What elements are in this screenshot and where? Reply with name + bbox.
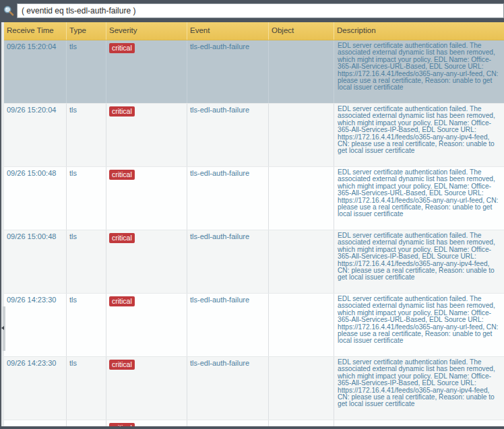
log-row[interactable]: 09/26 15:00:48tlscriticaltls-edl-auth-fa… — [4, 167, 504, 230]
cell-description: EDL server certificate authentication fa… — [334, 40, 504, 103]
log-row[interactable]: 09/26 14:23:30tlscriticaltls-edl-auth-fa… — [4, 357, 504, 420]
cell-type: tls — [66, 294, 106, 356]
column-header-receive-time[interactable]: Receive Time — [4, 22, 66, 40]
cell-receive-time: 09/26 15:20:04 — [4, 104, 66, 166]
cell-description: EDL server certificate authentication fa… — [334, 167, 504, 230]
cell-severity: critical — [106, 294, 187, 356]
cell-type: tls — [66, 40, 106, 103]
cell-description: EDL server certificate authentication fa… — [334, 104, 504, 166]
filter-bar — [0, 0, 504, 22]
log-viewer-window: Receive TimeTypeSeverityEventObjectDescr… — [0, 0, 504, 429]
cell-severity: critical — [106, 357, 187, 420]
table-header: Receive TimeTypeSeverityEventObjectDescr… — [4, 22, 504, 40]
cell-object — [268, 230, 334, 293]
cell-description: EDL server certificate authentication fa… — [334, 230, 504, 293]
severity-badge: critical — [109, 233, 135, 243]
cell-type: tls — [66, 357, 106, 420]
cell-object — [268, 167, 334, 230]
cell-receive-time: 09/26 15:20:04 — [4, 40, 66, 103]
log-row[interactable]: 09/26 15:20:04tlscriticaltls-edl-auth-fa… — [4, 40, 504, 104]
left-arrow-icon[interactable] — [1, 326, 4, 330]
severity-badge: critical — [109, 360, 135, 370]
log-filter-input[interactable] — [17, 3, 504, 18]
cell-object — [268, 294, 334, 356]
cell-receive-time: 09/26 14:23:30 — [4, 294, 66, 356]
cell-receive-time: 09/26 15:00:48 — [4, 167, 66, 230]
column-header-type[interactable]: Type — [66, 22, 106, 40]
cell-receive-time: 09/26 15:00:48 — [4, 230, 66, 293]
magnifier-icon[interactable] — [3, 5, 15, 17]
cell-event: tls-edl-auth-failure — [187, 40, 268, 103]
cell-type: tls — [66, 167, 106, 230]
cell-type: tls — [66, 104, 106, 166]
column-header-object[interactable]: Object — [268, 22, 334, 40]
log-rows: 09/26 15:20:04tlscriticaltls-edl-auth-fa… — [4, 40, 504, 429]
cell-severity: critical — [106, 167, 187, 230]
bottom-frame-bar — [0, 426, 504, 429]
column-header-description[interactable]: Description — [334, 22, 504, 40]
severity-badge: critical — [109, 106, 135, 117]
cell-severity: critical — [106, 104, 187, 166]
log-row[interactable]: 09/26 15:20:04tlscriticaltls-edl-auth-fa… — [4, 104, 504, 167]
column-header-event[interactable]: Event — [187, 22, 268, 40]
log-row[interactable]: 09/26 14:23:30tlscriticaltls-edl-auth-fa… — [4, 294, 504, 357]
cell-description: EDL server certificate authentication fa… — [334, 294, 504, 356]
log-row[interactable]: 09/26 15:00:48tlscriticaltls-edl-auth-fa… — [4, 230, 504, 294]
panel-splitter[interactable] — [0, 22, 4, 429]
cell-object — [268, 40, 334, 103]
severity-badge: critical — [109, 43, 135, 53]
cell-severity: critical — [106, 40, 187, 103]
column-header-severity[interactable]: Severity — [106, 22, 187, 40]
cell-event: tls-edl-auth-failure — [187, 167, 268, 230]
cell-event: tls-edl-auth-failure — [187, 357, 268, 420]
severity-badge: critical — [109, 170, 135, 180]
cell-event: tls-edl-auth-failure — [187, 294, 268, 356]
cell-object — [268, 357, 334, 420]
cell-type: tls — [66, 230, 106, 293]
cell-event: tls-edl-auth-failure — [187, 230, 268, 293]
cell-event: tls-edl-auth-failure — [187, 104, 268, 166]
cell-object — [268, 104, 334, 166]
severity-badge: critical — [109, 296, 135, 306]
cell-receive-time: 09/26 14:23:30 — [4, 357, 66, 420]
cell-severity: critical — [106, 230, 187, 293]
cell-description: EDL server certificate authentication fa… — [334, 357, 504, 420]
